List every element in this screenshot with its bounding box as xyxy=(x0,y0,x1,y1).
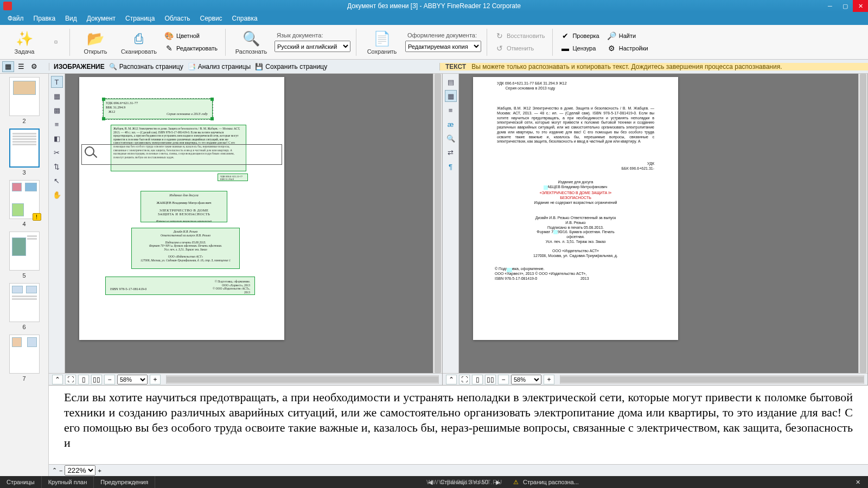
task-new[interactable]: ▫ xyxy=(48,33,64,52)
warning-triangle-icon: ⚠ xyxy=(513,479,519,486)
task-button[interactable]: ✨ Задача xyxy=(4,29,44,55)
image-zoombar: ⌃ ⛶ ▯ ▯▯ − 58% + xyxy=(49,373,442,385)
fit-width-button[interactable]: ▯ xyxy=(78,375,89,384)
settings-button[interactable]: ⚙ Настройки xyxy=(605,43,650,54)
status-tab-pages[interactable]: Страницы xyxy=(0,476,42,488)
zoom-image-select[interactable]: 58% xyxy=(117,375,148,384)
fit-page-button[interactable]: ⛶ xyxy=(459,375,470,384)
color-mode-button[interactable]: 🎨 Цветной xyxy=(162,31,220,41)
thumb-page-6[interactable]: 6 xyxy=(9,283,40,330)
status-tab-closeup[interactable]: Крупный план xyxy=(42,476,94,488)
menu-service[interactable]: Сервис xyxy=(196,13,227,24)
table-zone-tool[interactable]: ▦ xyxy=(51,90,63,102)
zoom-in-button[interactable]: + xyxy=(98,467,101,474)
menu-view[interactable]: Вид xyxy=(61,13,81,24)
find-button[interactable]: 🔎 Найти xyxy=(605,31,650,41)
zoom-text-select[interactable]: 58% xyxy=(511,375,541,384)
thumb-page-4[interactable]: ! 4 xyxy=(9,180,40,227)
text-view-3[interactable]: ≡ xyxy=(445,104,457,116)
two-page-button[interactable]: ▯▯ xyxy=(485,375,496,384)
picture-zone-tool[interactable]: ▩ xyxy=(51,104,63,116)
background-zone-tool[interactable]: ◧ xyxy=(51,132,63,144)
closeup-pane: Если вы хотите научиться предотвращать, … xyxy=(49,385,868,476)
eraser-tool[interactable]: ✂ xyxy=(51,146,63,158)
analyze-page-button[interactable]: 📑 Анализ страницы xyxy=(188,63,251,70)
thumb-page-2[interactable]: 2 xyxy=(9,77,40,124)
menu-document[interactable]: Документ xyxy=(82,13,120,24)
thumbnail-panel: 2 3 ! 4 5 xyxy=(0,74,49,476)
order-tool[interactable]: ⇅ xyxy=(51,160,63,172)
two-page-button[interactable]: ▯▯ xyxy=(91,375,102,384)
scan-button[interactable]: ⎙ Сканировать xyxy=(119,29,159,55)
hscroll-text[interactable] xyxy=(560,375,864,384)
vscroll-image[interactable] xyxy=(433,74,442,373)
fit-width-button[interactable]: ▯ xyxy=(472,375,483,384)
image-pane-label: ИЗОБРАЖЕНИЕ xyxy=(54,63,105,70)
text-view-2[interactable]: ▦ xyxy=(445,90,457,102)
expand-up-icon[interactable]: ⌃ xyxy=(52,467,57,474)
text-zone-tool[interactable]: T xyxy=(51,76,63,88)
expand-up-icon[interactable]: ⌃ xyxy=(446,375,457,384)
restore-button[interactable]: ↻ Восстановить xyxy=(493,31,547,41)
hscroll-image[interactable] xyxy=(166,375,439,384)
zoom-out-button[interactable]: − xyxy=(59,467,62,474)
view-thumbnails-button[interactable]: ▦ xyxy=(2,61,14,72)
edit-label: Редактировать xyxy=(176,45,218,52)
image-pane: T ▦ ▩ ≡ ◧ ✂ ⇅ ↖ ✋ УДК xyxy=(49,74,443,385)
zoom-closeup-select[interactable]: 222% xyxy=(65,465,95,476)
expand-up-icon[interactable]: ⌃ xyxy=(52,375,63,384)
zoom-out-button[interactable]: − xyxy=(498,375,509,384)
watermark: WWW.PROFISMART.RU xyxy=(426,479,502,485)
menu-edit[interactable]: Правка xyxy=(29,13,60,24)
recognize-button[interactable]: 🔍 Распознать xyxy=(231,29,271,55)
pointer-tool[interactable]: ↖ xyxy=(51,175,63,187)
check-button[interactable]: ✔ Проверка xyxy=(558,31,601,41)
edit-image-button[interactable]: ✎ Редактировать xyxy=(162,43,220,54)
closeup-text: Если вы хотите научиться предотвращать, … xyxy=(49,386,868,464)
text-pilcrow-tool[interactable]: ¶ xyxy=(445,160,457,172)
censor-label: Цензура xyxy=(572,45,596,52)
text-view-1[interactable]: ▤ xyxy=(445,76,457,88)
thumb-page-3[interactable]: 3 xyxy=(9,129,40,176)
zoom-in-button[interactable]: + xyxy=(544,375,554,384)
status-close-button[interactable]: ✕ xyxy=(854,478,863,486)
status-tab-warnings[interactable]: Предупреждения xyxy=(94,476,155,488)
text-canvas[interactable]: УДК 696.6+621.31-77 ББК 31.294.9 Ж12 Сер… xyxy=(459,74,867,373)
text-find-tool[interactable]: 🔍 xyxy=(445,132,457,144)
palette-icon: 🎨 xyxy=(164,31,174,41)
save-page-button[interactable]: 💾 Сохранить страницу xyxy=(255,63,327,70)
undo-icon: ↺ xyxy=(495,44,504,53)
zoom-in-button[interactable]: + xyxy=(150,375,161,384)
fit-page-button[interactable]: ⛶ xyxy=(65,375,76,384)
find-label: Найти xyxy=(619,33,636,39)
menu-page[interactable]: Страница xyxy=(121,13,159,24)
layout-select[interactable]: Редактируемая копия xyxy=(405,41,481,52)
text-mark-tool[interactable]: æ xyxy=(445,118,457,130)
menu-file[interactable]: Файл xyxy=(3,13,28,24)
redo-icon: ↻ xyxy=(495,31,504,41)
language-select[interactable]: Русский и английский xyxy=(275,41,350,52)
text-zoombar: ⌃ ⛶ ▯ ▯▯ − 58% + xyxy=(443,373,867,385)
censor-button[interactable]: ▬ Цензура xyxy=(558,43,601,54)
hand-tool[interactable]: ✋ xyxy=(51,189,63,201)
view-settings-button[interactable]: ⚙ xyxy=(28,61,40,72)
save-button[interactable]: 📄 Сохранить xyxy=(362,29,402,55)
barcode-zone-tool[interactable]: ≡ xyxy=(51,118,63,130)
recognize-page-button[interactable]: 🔍 Распознать страницу xyxy=(109,63,183,70)
zoom-out-button[interactable]: − xyxy=(104,375,115,384)
text-pane-label: ТЕКСТ xyxy=(445,63,466,70)
thumb-page-5[interactable]: 5 xyxy=(9,232,40,279)
open-button[interactable]: 📂 Открыть xyxy=(75,29,116,55)
vscroll-text[interactable] xyxy=(858,74,867,373)
image-canvas[interactable]: УДК 696.6+621.31-77 ББК 31.294.9 Ж12 Сер… xyxy=(65,74,442,373)
text-replace-tool[interactable]: ⇄ xyxy=(445,146,457,158)
view-details-button[interactable]: ☰ xyxy=(15,61,27,72)
check-label: Проверка xyxy=(572,33,599,39)
save-label: Сохранить xyxy=(367,48,397,55)
folder-icon: 📂 xyxy=(86,29,105,48)
undo-button[interactable]: ↺ Отменить xyxy=(493,43,547,54)
menu-area[interactable]: Область xyxy=(160,13,194,24)
thumb-page-7[interactable]: 7 xyxy=(9,335,40,382)
censor-icon: ▬ xyxy=(560,44,570,53)
menu-help[interactable]: Справка xyxy=(228,13,262,24)
